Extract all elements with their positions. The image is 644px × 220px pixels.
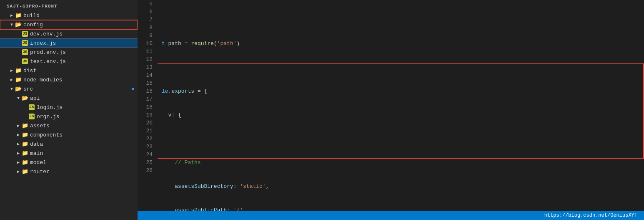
chevron-right-icon: ▶	[15, 131, 22, 138]
sidebar-item-label: config	[23, 22, 43, 28]
sidebar-item-label: api	[30, 95, 40, 101]
sidebar-item-label: components	[30, 132, 63, 138]
sidebar-item-assets[interactable]: ▶ 📁 assets	[0, 121, 138, 130]
sidebar-item-label: node_modules	[23, 77, 63, 83]
sidebar-item-dev-env[interactable]: ▶ JS dev.env.js	[0, 29, 138, 38]
sidebar-item-config[interactable]: ▼ 📂 config	[0, 20, 138, 29]
folder-icon: 📁	[22, 141, 28, 147]
sidebar-title: SAJT-G3PRO-FRONT	[0, 2, 138, 11]
sidebar-item-label: model	[30, 159, 46, 166]
sidebar-item-src[interactable]: ▼ 📂 src	[0, 84, 138, 94]
sidebar-item-components[interactable]: ▶ 📁 components	[0, 130, 138, 139]
folder-icon: 📁	[22, 168, 28, 175]
chevron-right-icon: ▶	[15, 168, 22, 175]
chevron-down-icon: ▼	[8, 86, 15, 92]
js-file-icon: JS	[28, 104, 35, 111]
code-line-12: assetsPublicPath: '/',	[162, 206, 644, 211]
sidebar-item-dist[interactable]: ▶ 📁 dist	[0, 66, 138, 75]
sidebar-item-label: orgn.js	[37, 114, 60, 120]
sidebar-item-model[interactable]: ▶ 📁 model	[0, 158, 138, 167]
sidebar-item-orgn-js[interactable]: ▶ JS orgn.js	[0, 112, 138, 121]
code-line-5: t path = require('path')	[162, 40, 644, 48]
folder-icon: 📁	[15, 12, 22, 19]
code-line-9	[162, 135, 644, 143]
chevron-down-icon: ▼	[15, 95, 22, 101]
sidebar-item-label: dist	[23, 68, 36, 74]
folder-icon: 📁	[15, 76, 22, 83]
code-line-7: le.exports = {	[162, 87, 644, 95]
chevron-right-icon: ▶	[8, 12, 15, 19]
code-area[interactable]: 5 6 7 8 9 10 11 12 13 14 15 16 17 18 19 …	[138, 0, 644, 211]
sidebar-item-label: data	[30, 141, 43, 147]
modified-badge	[132, 88, 134, 90]
folder-icon: 📁	[22, 131, 28, 138]
chevron-right-icon: ▶	[15, 150, 22, 157]
code-content[interactable]: t path = require('path') le.exports = { …	[158, 0, 644, 211]
code-line-6	[162, 63, 644, 71]
folder-icon: 📁	[22, 122, 28, 129]
sidebar-item-label: build	[23, 13, 40, 19]
folder-open-icon: 📂	[22, 95, 28, 101]
js-file-icon: JS	[22, 49, 28, 56]
folder-open-icon: 📂	[15, 21, 22, 28]
sidebar-item-test-env[interactable]: ▶ JS test.env.js	[0, 57, 138, 66]
folder-icon: 📁	[22, 159, 28, 166]
chevron-right-icon: ▶	[15, 141, 22, 147]
folder-open-icon: 📂	[15, 86, 22, 92]
sidebar-item-label: index.js	[30, 40, 56, 46]
status-url: https://blog.csdn.net/GeniusXYT	[544, 212, 637, 218]
js-file-icon: JS	[22, 30, 28, 37]
chevron-right-icon: ▶	[15, 122, 22, 129]
chevron-down-icon: ▼	[8, 21, 15, 28]
chevron-right-icon: ▶	[15, 159, 22, 166]
sidebar-item-data[interactable]: ▶ 📁 data	[0, 139, 138, 149]
chevron-right-icon: ▶	[8, 76, 15, 83]
sidebar-item-api[interactable]: ▼ 📂 api	[0, 94, 138, 103]
editor: 5 6 7 8 9 10 11 12 13 14 15 16 17 18 19 …	[138, 0, 644, 220]
js-file-icon: JS	[28, 113, 35, 120]
sidebar-item-label: dev.env.js	[30, 31, 63, 37]
sidebar-item-label: prod.env.js	[30, 49, 66, 56]
js-file-icon: JS	[22, 58, 28, 65]
sidebar-item-label: assets	[30, 123, 50, 129]
folder-icon: 📁	[15, 67, 22, 74]
sidebar-item-build[interactable]: ▶ 📁 build	[0, 11, 138, 20]
sidebar-item-label: router	[30, 169, 50, 175]
sidebar: SAJT-G3PRO-FRONT ▶ 📁 build ▼ 📂 config ▶ …	[0, 0, 138, 220]
sidebar-item-login-js[interactable]: ▶ JS login.js	[0, 103, 138, 112]
code-line-10: // Paths	[162, 159, 644, 167]
sidebar-item-router[interactable]: ▶ 📁 router	[0, 167, 138, 176]
status-bar: https://blog.csdn.net/GeniusXYT	[138, 211, 644, 220]
sidebar-item-index-js[interactable]: ▶ JS index.js	[0, 38, 138, 48]
sidebar-item-label: login.js	[37, 104, 63, 111]
sidebar-item-label: test.env.js	[30, 58, 66, 65]
code-line-11: assetsSubDirectory: 'static',	[162, 182, 644, 190]
sidebar-item-main[interactable]: ▶ 📁 main	[0, 149, 138, 158]
js-file-icon: JS	[22, 40, 28, 46]
sidebar-item-prod-env[interactable]: ▶ JS prod.env.js	[0, 48, 138, 57]
chevron-right-icon: ▶	[8, 67, 15, 74]
sidebar-item-node-modules[interactable]: ▶ 📁 node_modules	[0, 75, 138, 84]
sidebar-item-label: src	[23, 86, 33, 92]
sidebar-item-label: main	[30, 150, 43, 157]
line-numbers: 5 6 7 8 9 10 11 12 13 14 15 16 17 18 19 …	[138, 0, 158, 211]
code-line-8: v: {	[162, 111, 644, 119]
folder-icon: 📁	[22, 150, 28, 157]
